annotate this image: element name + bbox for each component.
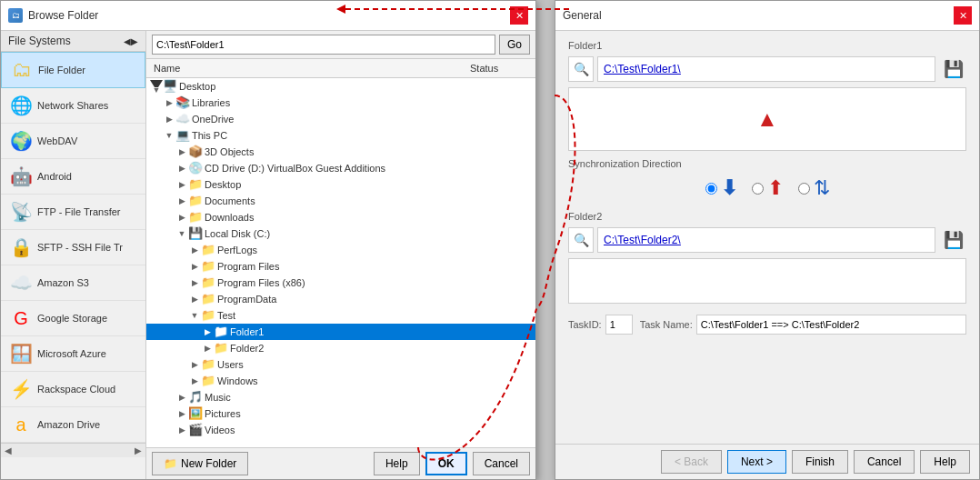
tree-node-programfilesx86[interactable]: ▶ 📁 Program Files (x86)	[146, 275, 535, 291]
folder2-path-display: C:\Test\Folder2\	[597, 227, 935, 253]
sidebar-item-amazon-drive-label: Amazon Drive	[37, 419, 100, 430]
tree-node-desktop2[interactable]: ▶ 📁 Desktop	[146, 176, 535, 193]
go-button[interactable]: Go	[499, 35, 530, 55]
expand-perflogs[interactable]: ▶	[188, 244, 201, 256]
expand-downloads[interactable]: ▶	[175, 211, 188, 224]
expand-documents[interactable]: ▶	[175, 195, 188, 207]
sync-both-arrows: ⇅	[814, 178, 830, 198]
folder1-browse-button[interactable]: 🔍	[568, 56, 594, 82]
sidebar-item-webdav[interactable]: 🌍 WebDAV	[1, 124, 145, 159]
main-tree-content: Go Name Status ▼ 🖥️	[146, 31, 535, 479]
expand-desktop[interactable]: ▼	[150, 80, 163, 93]
new-folder-button[interactable]: 📁 New Folder	[152, 452, 248, 475]
tree-node-localdisk[interactable]: ▼ 💾 Local Disk (C:)	[146, 225, 535, 242]
task-name-input[interactable]	[696, 315, 966, 335]
sync-option-down: ⬇	[705, 178, 737, 198]
sidebar-item-rackspace[interactable]: ⚡ Rackspace Cloud	[1, 372, 145, 407]
expand-libraries[interactable]: ▶	[163, 96, 175, 109]
documents-label: Documents	[205, 195, 255, 206]
sidebar-item-google-storage[interactable]: G Google Storage	[1, 301, 145, 336]
back-button[interactable]: < Back	[661, 450, 722, 474]
tree-node-3dobjects[interactable]: ▶ 📦 3D Objects	[146, 144, 535, 160]
sync-radio-both[interactable]	[798, 183, 810, 195]
expand-programfilesx86[interactable]: ▶	[188, 276, 201, 289]
tree-node-cddrive[interactable]: ▶ 💿 CD Drive (D:) VirtualBox Guest Addit…	[146, 160, 535, 176]
folder1-up-arrow: ▲	[756, 106, 778, 132]
tree-node-users[interactable]: ▶ 📁 Users	[146, 356, 535, 373]
expand-folder1[interactable]: ▶	[201, 325, 214, 338]
windows-icon: 📁	[201, 374, 215, 388]
expand-folder2[interactable]: ▶	[201, 342, 214, 355]
help-button-browse[interactable]: Help	[374, 452, 420, 475]
sync-radio-up[interactable]	[752, 183, 764, 195]
localdisk-icon: 💾	[188, 226, 203, 241]
amazon-s3-icon: ☁️	[8, 270, 34, 295]
help-button-general[interactable]: Help	[920, 450, 970, 474]
sidebar-item-android[interactable]: 🤖 Android	[1, 159, 145, 195]
sidebar-item-ftp[interactable]: 📡 FTP - File Transfer	[1, 195, 145, 230]
sidebar-item-network-shares[interactable]: 🌐 Network Shares	[1, 88, 145, 124]
task-id-input[interactable]	[605, 315, 633, 335]
desktop-icon: 🖥️	[163, 79, 177, 94]
libraries-icon: 📚	[175, 95, 190, 110]
finish-button[interactable]: Finish	[792, 450, 848, 474]
expand-programfiles[interactable]: ▶	[188, 260, 201, 273]
sync-radio-down[interactable]	[705, 183, 717, 195]
expand-cddrive[interactable]: ▶	[175, 162, 188, 175]
folder2-browse-icon: 🔍	[574, 233, 589, 247]
tree-header: Name Status	[146, 59, 535, 78]
expand-windows[interactable]: ▶	[188, 375, 201, 387]
browse-dialog-close-button[interactable]: ✕	[510, 6, 528, 25]
tree-node-programfiles[interactable]: ▶ 📁 Program Files	[146, 258, 535, 275]
next-button[interactable]: Next >	[727, 450, 786, 474]
expand-videos[interactable]: ▶	[175, 424, 188, 436]
localdisk-label: Local Disk (C:)	[205, 228, 270, 239]
sidebar-item-amazon-drive[interactable]: a Amazon Drive	[1, 407, 145, 443]
tree-node-test[interactable]: ▼ 📁 Test	[146, 307, 535, 324]
expand-3dobjects[interactable]: ▶	[175, 145, 188, 158]
tree-node-videos[interactable]: ▶ 🎬 Videos	[146, 422, 535, 438]
tree-node-thispc[interactable]: ▼ 💻 This PC	[146, 127, 535, 144]
tree-node-downloads[interactable]: ▶ 📁 Downloads	[146, 209, 535, 225]
expand-onedrive[interactable]: ▶	[163, 113, 175, 125]
sidebar-scroll[interactable]: 🗂 File Folder 🌐 Network Shares 🌍	[1, 52, 145, 443]
tree-node-folder2[interactable]: ▶ 📁 Folder2	[146, 340, 535, 356]
expand-programdata[interactable]: ▶	[188, 293, 201, 305]
folder-tree[interactable]: ▼ 🖥️ Desktop ▶ 📚 Libraries	[146, 78, 535, 447]
sidebar-item-microsoft-azure[interactable]: 🪟 Microsoft Azure	[1, 336, 145, 372]
sidebar-item-file-folder[interactable]: 🗂 File Folder	[1, 52, 145, 88]
address-input[interactable]	[152, 35, 495, 55]
expand-localdisk[interactable]: ▼	[175, 227, 188, 240]
sftp-icon: 🔒	[8, 235, 34, 260]
sidebar-item-amazon-s3[interactable]: ☁️ Amazon S3	[1, 265, 145, 301]
tree-node-pictures[interactable]: ▶ 🖼️ Pictures	[146, 405, 535, 422]
3dobjects-label: 3D Objects	[205, 146, 254, 157]
browse-dialog-body: File Systems ◀▶ 🗂 File Folder 🌐 N	[1, 31, 535, 479]
tree-node-libraries[interactable]: ▶ 📚 Libraries	[146, 95, 535, 111]
general-titlebar: General ✕	[555, 1, 979, 31]
cancel-button-browse[interactable]: Cancel	[473, 452, 530, 475]
expand-users[interactable]: ▶	[188, 358, 201, 371]
cancel-button-general[interactable]: Cancel	[854, 450, 915, 474]
ok-button[interactable]: OK	[425, 452, 467, 475]
sidebar-item-sftp[interactable]: 🔒 SFTP - SSH File Tr	[1, 230, 145, 265]
expand-test[interactable]: ▼	[188, 309, 201, 322]
cancel-label-general: Cancel	[867, 455, 901, 468]
general-close-button[interactable]: ✕	[954, 6, 972, 25]
new-folder-label: New Folder	[181, 457, 236, 470]
folder1-row: 🔍 C:\Test\Folder1\ 💾	[568, 56, 966, 82]
expand-desktop2[interactable]: ▶	[175, 178, 188, 191]
expand-music[interactable]: ▶	[175, 391, 188, 404]
folder2-browse-button[interactable]: 🔍	[568, 227, 594, 253]
tree-node-documents[interactable]: ▶ 📁 Documents	[146, 193, 535, 209]
tree-node-windows[interactable]: ▶ 📁 Windows	[146, 373, 535, 389]
tree-node-folder1[interactable]: ▶ 📁 Folder1	[146, 324, 535, 340]
tree-node-desktop[interactable]: ▼ 🖥️ Desktop	[146, 78, 535, 95]
programfiles-icon: 📁	[201, 259, 215, 274]
tree-node-perflogs[interactable]: ▶ 📁 PerfLogs	[146, 242, 535, 258]
tree-node-programdata[interactable]: ▶ 📁 ProgramData	[146, 291, 535, 307]
tree-node-onedrive[interactable]: ▶ ☁️ OneDrive	[146, 111, 535, 127]
expand-thispc[interactable]: ▼	[163, 129, 175, 142]
tree-node-music[interactable]: ▶ 🎵 Music	[146, 389, 535, 405]
expand-pictures[interactable]: ▶	[175, 407, 188, 420]
